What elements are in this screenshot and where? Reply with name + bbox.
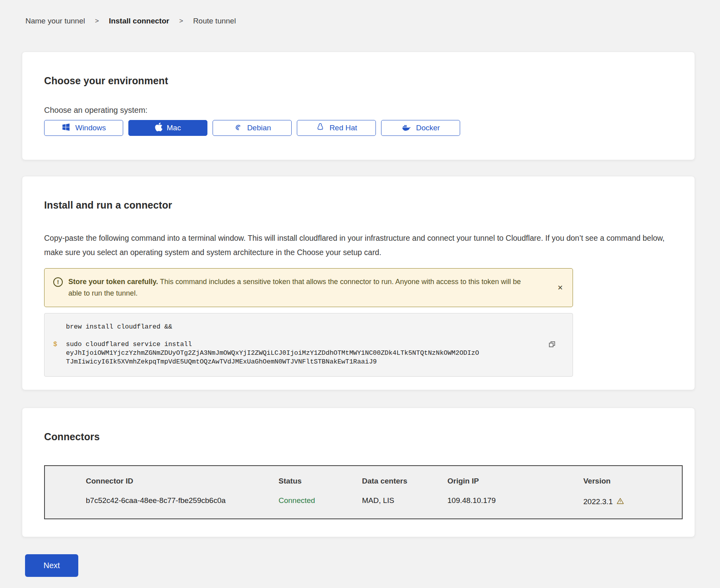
code-line: eyJhIjoiOWM1YjczYzhmZGNmZDUyOTg2ZjA3NmJm… <box>53 349 537 358</box>
token-warning-banner: ! Store your token carefully. This comma… <box>44 268 573 307</box>
warning-message-bold: Store your token carefully. <box>68 278 158 286</box>
connectors-table-grid: Connector ID Status Data centers Origin … <box>86 477 674 507</box>
alert-circle-icon: ! <box>53 277 63 287</box>
warning-message: Store your token carefully. This command… <box>68 276 523 299</box>
breadcrumb: Name your tunnel > Install connector > R… <box>25 17 236 25</box>
shell-prompt: $ <box>53 340 66 349</box>
debian-icon <box>233 122 243 134</box>
connectors-card-title: Connectors <box>44 431 673 443</box>
os-button-label: Docker <box>416 124 440 132</box>
code-line: brew install cloudflared && <box>53 323 537 331</box>
next-button[interactable]: Next <box>25 554 78 577</box>
docker-whale-icon <box>401 122 412 134</box>
warning-triangle-icon <box>616 497 624 507</box>
breadcrumb-separator: > <box>95 17 99 25</box>
code-line: TJmIiwicyI6Ik5XVmhZekpqTmpVdE5UQmtOQzAwT… <box>53 358 537 366</box>
os-button-label: Mac <box>167 124 181 132</box>
status-badge: Connected <box>279 496 362 507</box>
version-value: 2022.3.1 <box>583 497 613 506</box>
os-button-redhat[interactable]: Red Hat <box>297 120 376 136</box>
tux-penguin-icon <box>315 122 325 134</box>
os-button-mac[interactable]: Mac <box>128 120 207 136</box>
os-button-label: Debian <box>247 124 271 132</box>
install-connector-card: Install and run a connector Copy-paste t… <box>22 176 695 390</box>
choose-environment-card: Choose your environment Choose an operat… <box>22 52 695 160</box>
column-header-status: Status <box>279 477 362 496</box>
os-button-windows[interactable]: Windows <box>44 120 123 136</box>
apple-icon <box>155 122 163 134</box>
code-line: $ sudo cloudflared service install <box>53 340 537 349</box>
environment-card-title: Choose your environment <box>44 75 673 87</box>
close-icon[interactable]: ✕ <box>557 284 563 292</box>
install-command-code-block: brew install cloudflared && $ sudo cloud… <box>44 313 573 377</box>
os-button-docker[interactable]: Docker <box>381 120 460 136</box>
os-button-debian[interactable]: Debian <box>213 120 292 136</box>
install-description: Copy-paste the following command into a … <box>44 231 676 259</box>
origin-ip-cell: 109.48.10.179 <box>447 496 583 507</box>
code-line <box>53 331 537 340</box>
copy-icon[interactable] <box>547 340 557 350</box>
breadcrumb-separator: > <box>179 17 183 25</box>
version-cell: 2022.3.1 <box>583 496 674 507</box>
connector-id-cell: b7c52c42-6caa-48ee-8c77-fbe259cb6c0a <box>86 496 279 507</box>
install-card-title: Install and run a connector <box>44 199 673 211</box>
column-header-version: Version <box>583 477 674 496</box>
os-button-row: Windows Mac Debian <box>44 120 673 136</box>
breadcrumb-name-your-tunnel[interactable]: Name your tunnel <box>25 17 85 25</box>
windows-icon <box>61 122 71 134</box>
os-button-label: Windows <box>75 124 106 132</box>
connectors-table: Connector ID Status Data centers Origin … <box>44 465 683 519</box>
data-centers-cell: MAD, LIS <box>362 496 447 507</box>
column-header-data-centers: Data centers <box>362 477 447 496</box>
os-button-label: Red Hat <box>329 124 357 132</box>
breadcrumb-install-connector[interactable]: Install connector <box>109 17 169 25</box>
column-header-origin-ip: Origin IP <box>447 477 583 496</box>
breadcrumb-route-tunnel[interactable]: Route tunnel <box>193 17 236 25</box>
os-select-label: Choose an operating system: <box>44 106 673 115</box>
connectors-card: Connectors Connector ID Status Data cent… <box>22 408 695 537</box>
column-header-connector-id: Connector ID <box>86 477 279 496</box>
